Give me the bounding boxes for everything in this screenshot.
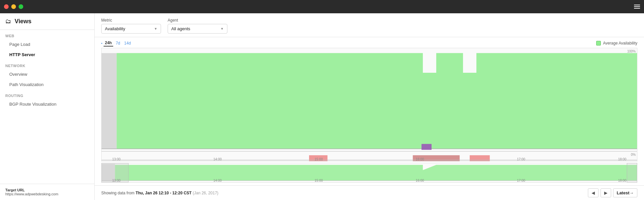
metric-select[interactable]: Availability ▼ [101,24,161,34]
y-axis-top: 100% [627,50,636,53]
y-axis-bottom: 0% [631,153,636,156]
maximize-button[interactable] [19,4,23,9]
agent-control: Agent All agents ▼ [168,18,227,34]
svg-rect-15 [627,163,637,182]
x-label-1700: 17:00 [517,157,525,161]
sidebar-title: Views [15,18,32,25]
mini-x-label-1800: 18:00 [618,179,626,182]
x-label-1300: 13:00 [112,157,121,161]
status-range: Thu, Jan 26 12:10 - 12:20 CST [135,191,192,195]
x-label-1600: 16:00 [416,157,424,161]
section-label-routing: ROUTING [0,90,94,99]
nav-buttons: ◀ ▶ Latest→ [588,188,637,197]
sidebar-item-http-server[interactable]: HTTP Server [0,50,94,60]
chart-legend: Average Availability [596,41,637,46]
close-button[interactable] [4,4,9,9]
mini-x-label-1500: 15:00 [315,179,323,182]
time-range-tabs: 24h 7d 14d [101,40,132,47]
window-controls [4,4,23,9]
time-divider [101,43,102,44]
x-label-1500: 15:00 [315,157,323,161]
footer-label: Target URL [5,188,89,192]
mini-x-label-1600: 16:00 [416,179,424,182]
metric-label: Metric [101,18,161,23]
main-chart-svg [102,48,637,161]
footer-url: https://www.adpwebdesking.com [5,192,89,196]
chart-wrapper: 100% 0% [101,48,637,183]
sidebar-item-page-load[interactable]: Page Load [0,39,94,50]
mini-chart[interactable]: 13:00 14:00 15:00 16:00 17:00 18:00 [101,163,637,183]
status-bar: Showing data from Thu, Jan 26 12:10 - 12… [95,185,644,200]
mini-x-axis: 13:00 14:00 15:00 16:00 17:00 18:00 [112,179,627,182]
time-tab-7d[interactable]: 7d [115,40,121,46]
status-date: (Jan 26, 2017) [193,191,218,195]
chart-x-axis: 13:00 14:00 15:00 16:00 17:00 18:00 [112,157,627,161]
sidebar-item-overview[interactable]: Overview [0,69,94,79]
section-label-network: NETWORK [0,60,94,69]
status-prefix: Showing data from [101,191,134,195]
svg-marker-2 [117,53,637,149]
controls-bar: Metric Availability ▼ Agent All agents ▼ [95,13,644,37]
agent-chevron-icon: ▼ [220,27,224,31]
mini-x-label-1400: 14:00 [213,179,222,182]
layers-icon: 🗂 [5,18,11,25]
metric-chevron-icon: ▼ [154,27,157,31]
titlebar [0,0,644,13]
menu-icon[interactable] [634,5,640,9]
nav-latest-button[interactable]: Latest→ [613,188,637,197]
legend-color-availability [596,41,601,46]
chart-area: 24h 7d 14d Average Availability 100% 0% [95,37,644,185]
x-label-1800: 18:00 [618,157,626,161]
svg-rect-5 [422,144,432,150]
sidebar-footer: Target URL https://www.adpwebdesking.com [0,184,94,200]
main-content: Metric Availability ▼ Agent All agents ▼… [95,13,644,200]
minimize-button[interactable] [11,4,16,9]
metric-select-value: Availability [105,26,125,31]
time-tab-14d[interactable]: 14d [123,40,132,46]
metric-control: Metric Availability ▼ [101,18,161,34]
sidebar-item-path-visualization[interactable]: Path Visualization [0,79,94,90]
agent-select-value: All agents [171,26,190,31]
status-text: Showing data from Thu, Jan 26 12:10 - 12… [101,191,218,195]
section-label-web: WEB [0,30,94,39]
time-tab-24h[interactable]: 24h [104,40,113,47]
chart-header: 24h 7d 14d Average Availability [101,40,637,47]
svg-rect-1 [102,53,117,149]
sidebar-header: 🗂 Views [0,13,94,30]
nav-next-button[interactable]: ▶ [601,188,611,197]
x-label-1400: 14:00 [213,157,222,161]
svg-marker-12 [115,165,637,180]
app-body: 🗂 Views WEB Page Load HTTP Server NETWOR… [0,13,644,200]
mini-x-label-1300: 13:00 [112,179,121,182]
legend-label: Average Availability [603,41,637,46]
nav-prev-button[interactable]: ◀ [588,188,599,197]
agent-select[interactable]: All agents ▼ [168,24,227,34]
sidebar: 🗂 Views WEB Page Load HTTP Server NETWOR… [0,13,95,200]
main-chart[interactable]: 100% 0% [101,48,637,161]
sidebar-item-bgp-route[interactable]: BGP Route Visualization [0,99,94,109]
agent-label: Agent [168,18,227,23]
mini-x-label-1700: 17:00 [517,179,525,182]
